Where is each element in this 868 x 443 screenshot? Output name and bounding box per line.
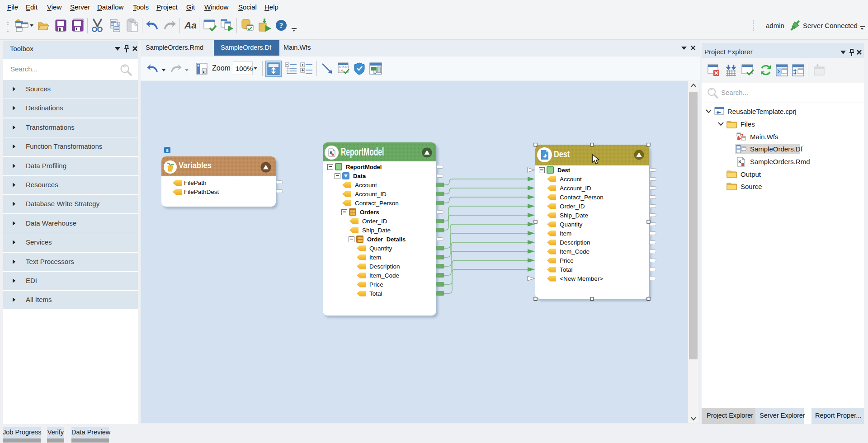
svg-text:?: ? xyxy=(279,21,283,30)
svg-text:1 0: 1 0 xyxy=(339,69,343,72)
svg-text:0 10 0 1: 0 10 0 1 xyxy=(339,66,349,69)
